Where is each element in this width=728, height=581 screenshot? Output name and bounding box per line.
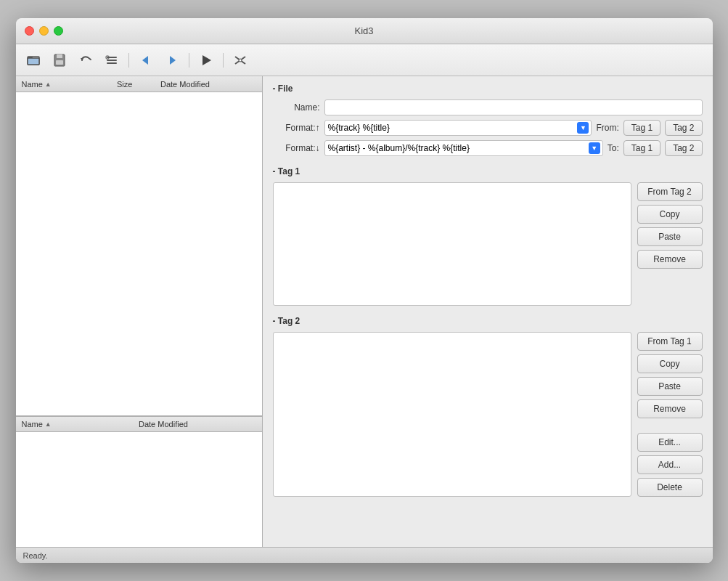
tag1-body: From Tag 2 Copy Paste Remove (273, 182, 703, 306)
svg-marker-6 (81, 58, 83, 61)
main-content: Name ▲ Size Date Modified Name (16, 76, 713, 547)
sort-arrow-name-bottom: ▲ (45, 420, 52, 428)
svg-rect-5 (56, 60, 63, 65)
file-section-header: - File (273, 84, 703, 94)
view-button[interactable] (100, 50, 123, 70)
file-section: - File Name: Format:↑ %{track} %{title} … (273, 84, 703, 156)
format-down-row: Format:↓ %{artist} - %{album}/%{track} %… (273, 140, 703, 156)
toolbar (16, 44, 713, 76)
format-down-to-label: To: (608, 143, 619, 153)
tag1-from-tag2-button[interactable]: From Tag 2 (637, 182, 703, 201)
undo-button[interactable] (74, 50, 97, 70)
format-down-tag2-button[interactable]: Tag 2 (665, 140, 702, 156)
svg-rect-8 (107, 60, 117, 61)
main-window: Kid3 (16, 18, 713, 563)
tag2-from-tag1-button[interactable]: From Tag 1 (637, 332, 703, 351)
svg-rect-7 (107, 57, 117, 58)
format-up-select[interactable]: %{track} %{title} (324, 120, 592, 136)
col-name: Name ▲ (22, 80, 118, 89)
tag1-paste-button[interactable]: Paste (637, 227, 703, 246)
tag2-section-header: - Tag 2 (273, 316, 703, 326)
svg-marker-12 (170, 56, 176, 65)
format-down-select-wrap: %{artist} - %{album}/%{track} %{title} ▼ (324, 140, 603, 156)
tag2-paste-button[interactable]: Paste (637, 377, 703, 396)
minimize-button[interactable] (39, 26, 49, 36)
col-date-modified: Date Modified (160, 80, 256, 89)
name-input[interactable] (324, 99, 703, 115)
tag2-add-button[interactable]: Add... (637, 455, 703, 474)
tag2-section: - Tag 2 From Tag 1 Copy Paste Remove Edi… (273, 316, 703, 497)
svg-rect-4 (57, 54, 62, 58)
toolbar-separator-1 (128, 53, 129, 68)
tag1-section-title: - Tag 1 (273, 166, 300, 176)
tag2-button-spacer (637, 422, 703, 429)
maximize-button[interactable] (54, 26, 63, 36)
col-size: Size (117, 80, 160, 89)
save-button[interactable] (48, 50, 71, 70)
tag1-remove-button[interactable]: Remove (637, 250, 703, 269)
status-text: Ready. (23, 551, 48, 560)
file-list-top-content[interactable] (16, 92, 262, 415)
format-up-tag2-button[interactable]: Tag 2 (665, 120, 702, 136)
format-up-select-wrap: %{track} %{title} ▼ (324, 120, 592, 136)
name-label: Name: (273, 102, 320, 113)
svg-marker-13 (203, 55, 211, 65)
tag2-remove-button[interactable]: Remove (637, 399, 703, 418)
file-list-bottom: Name ▲ Date Modified (16, 416, 262, 547)
settings-button[interactable] (229, 50, 252, 70)
name-row: Name: (273, 99, 703, 115)
file-list-bottom-content[interactable] (16, 432, 262, 547)
format-up-from-label: From: (596, 123, 618, 133)
tag2-table[interactable] (273, 332, 631, 497)
format-down-select[interactable]: %{artist} - %{album}/%{track} %{title} (324, 140, 603, 156)
file-list-top-header: Name ▲ Size Date Modified (16, 76, 262, 92)
tag2-body: From Tag 1 Copy Paste Remove Edit... Add… (273, 332, 703, 497)
tag1-section: - Tag 1 From Tag 2 Copy Paste Remove (273, 166, 703, 306)
svg-rect-2 (28, 58, 39, 65)
tag2-edit-button[interactable]: Edit... (637, 433, 703, 452)
close-button[interactable] (25, 26, 34, 36)
format-up-label: Format:↑ (273, 123, 320, 133)
tag2-section-title: - Tag 2 (273, 316, 300, 326)
format-up-tag1-button[interactable]: Tag 1 (623, 120, 660, 136)
back-button[interactable] (134, 50, 158, 70)
play-button[interactable] (195, 50, 218, 70)
file-list-bottom-header: Name ▲ Date Modified (16, 416, 262, 432)
format-up-row: Format:↑ %{track} %{title} ▼ From: Tag 1… (273, 120, 703, 136)
col-date-bottom: Date Modified (139, 420, 256, 428)
tag2-delete-button[interactable]: Delete (637, 478, 703, 497)
statusbar: Ready. (16, 547, 713, 563)
toolbar-separator-3 (223, 53, 224, 68)
tag2-buttons: From Tag 1 Copy Paste Remove Edit... Add… (637, 332, 703, 497)
open-button[interactable] (22, 50, 45, 70)
tag1-table[interactable] (273, 182, 631, 306)
svg-point-16 (239, 59, 242, 62)
format-down-label: Format:↓ (273, 143, 320, 153)
sort-arrow-name: ▲ (45, 81, 52, 88)
window-title: Kid3 (354, 25, 373, 36)
tag1-copy-button[interactable]: Copy (637, 205, 703, 224)
col-name-bottom: Name ▲ (22, 420, 139, 428)
format-down-tag1-button[interactable]: Tag 1 (623, 140, 660, 156)
forward-button[interactable] (160, 50, 184, 70)
titlebar: Kid3 (16, 18, 713, 44)
right-panel: - File Name: Format:↑ %{track} %{title} … (263, 76, 713, 547)
tag1-buttons: From Tag 2 Copy Paste Remove (637, 182, 703, 306)
svg-rect-9 (107, 62, 117, 64)
tag2-copy-button[interactable]: Copy (637, 354, 703, 373)
tag1-section-header: - Tag 1 (273, 166, 703, 176)
file-list-top: Name ▲ Size Date Modified (16, 76, 262, 416)
file-section-title: - File (273, 84, 293, 94)
left-panel: Name ▲ Size Date Modified Name (16, 76, 263, 547)
svg-marker-11 (142, 56, 148, 65)
toolbar-separator-2 (189, 53, 189, 68)
traffic-lights (25, 26, 63, 36)
